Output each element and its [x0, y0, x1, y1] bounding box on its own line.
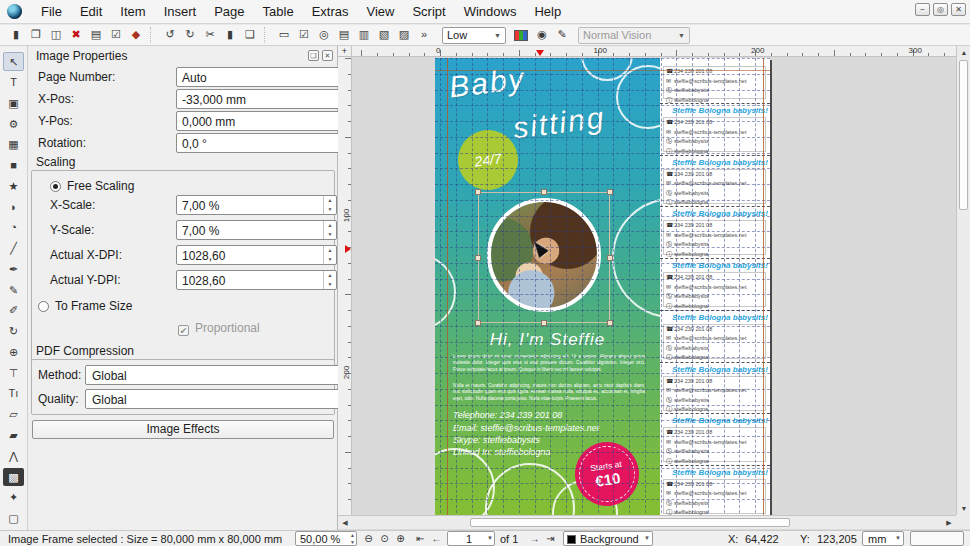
spin-arrows[interactable]: ▲▼: [323, 221, 336, 239]
print-icon[interactable]: ▤: [86, 26, 106, 44]
scroll-thumb[interactable]: [470, 518, 790, 527]
pdf-listbox-icon[interactable]: ▥: [354, 26, 374, 44]
layer-dropdown[interactable]: Background ▼: [563, 531, 653, 546]
spin-arrows[interactable]: ▲▼: [323, 196, 336, 214]
eye-dropper-icon[interactable]: ✦: [3, 488, 24, 507]
scroll-down-icon[interactable]: ▼: [957, 502, 970, 515]
resize-handle[interactable]: [475, 189, 481, 195]
zoom-in-icon[interactable]: ⊕: [393, 532, 408, 546]
scroll-left-icon[interactable]: ◀: [338, 516, 352, 529]
x-dpi-spinbox[interactable]: 1028,60 ▲▼: [176, 245, 337, 265]
new-document-icon[interactable]: ▮: [6, 26, 26, 44]
resize-handle[interactable]: [475, 320, 481, 326]
to-frame-size-radio[interactable]: To Frame Size: [38, 299, 132, 313]
tear-off-strip[interactable]: Steffie Bologna babysits!☎234 239 201 08…: [660, 206, 770, 258]
insert-image-frame-icon[interactable]: ▣: [3, 94, 24, 113]
paste-icon[interactable]: ❏: [240, 26, 260, 44]
tear-off-strip[interactable]: Steffie Bologna babysits!☎234 239 201 08…: [660, 103, 770, 155]
menu-help[interactable]: Help: [525, 0, 570, 23]
link-text-frames-icon[interactable]: ▱: [3, 405, 24, 424]
story-editor-icon[interactable]: Tı: [3, 384, 24, 403]
unlink-text-frames-icon[interactable]: ▰: [3, 426, 24, 445]
copy-icon[interactable]: ▮: [220, 26, 240, 44]
chevron-down-icon[interactable]: ▼: [644, 535, 650, 541]
close-panel-icon[interactable]: ✕: [322, 50, 333, 61]
x-scale-spinbox[interactable]: 7,00 % ▲▼: [176, 195, 337, 215]
horizontal-scrollbar[interactable]: ◀ ▶: [338, 515, 956, 529]
minimize-button[interactable]: −: [915, 3, 930, 16]
tear-off-strip[interactable]: ☎234 239 201 08✉steffie@scribus-template…: [660, 57, 770, 102]
export-pdf-icon[interactable]: ◆: [126, 26, 146, 44]
vision-defect-dropdown[interactable]: Normal Vision ▼: [578, 27, 690, 44]
tear-off-strips[interactable]: ☎234 239 201 08✉steffie@scribus-template…: [660, 58, 770, 515]
last-page-icon[interactable]: ⇥: [543, 532, 558, 546]
pdf-combobox-icon[interactable]: ▤: [334, 26, 354, 44]
resize-handle[interactable]: [607, 189, 613, 195]
spin-arrows[interactable]: ▲▼: [323, 246, 336, 264]
free-scaling-radio[interactable]: Free Scaling: [50, 179, 134, 193]
tear-off-strip[interactable]: Steffie Bologna babysits!☎234 239 201 08…: [660, 465, 770, 515]
insert-calligraphy-icon[interactable]: ✐: [3, 301, 24, 320]
page-number-spinbox[interactable]: Auto ▲▼: [176, 67, 361, 87]
unit-dropdown[interactable]: mm ▼: [862, 531, 904, 546]
menu-script[interactable]: Script: [403, 0, 454, 23]
scroll-thumb[interactable]: [959, 60, 968, 210]
scroll-right-icon[interactable]: ▶: [942, 516, 956, 529]
pdf-annotation-icon[interactable]: ▨: [394, 26, 414, 44]
zoom-icon[interactable]: ⊕: [3, 343, 24, 362]
insert-bezier-icon[interactable]: ✒: [3, 260, 24, 279]
insert-polygon-icon[interactable]: ★: [3, 177, 24, 196]
resize-handle[interactable]: [541, 320, 547, 326]
pdf-checkbox-icon[interactable]: ☑: [294, 26, 314, 44]
chevron-down-icon[interactable]: ▼: [487, 535, 493, 541]
insert-shape-icon[interactable]: ■: [3, 156, 24, 175]
horizontal-ruler[interactable]: 0100200300: [352, 46, 956, 57]
close-document-icon[interactable]: ✖: [66, 26, 86, 44]
resize-handle[interactable]: [475, 255, 481, 261]
previous-page-icon[interactable]: ←: [429, 532, 444, 546]
resize-handle[interactable]: [541, 189, 547, 195]
tear-off-strip[interactable]: Steffie Bologna babysits!☎234 239 201 08…: [660, 362, 770, 414]
insert-arc-icon[interactable]: ◗: [3, 198, 24, 217]
menu-insert[interactable]: Insert: [155, 0, 206, 23]
color-management-icon[interactable]: [514, 30, 528, 41]
vertical-scrollbar[interactable]: ▲ ▼: [956, 46, 970, 515]
selection-frame[interactable]: [478, 192, 610, 323]
insert-freehand-icon[interactable]: ✎: [3, 281, 24, 300]
menu-file[interactable]: File: [32, 0, 71, 23]
zoom-out-icon[interactable]: ⊖: [361, 532, 376, 546]
y-scale-spinbox[interactable]: 7,00 % ▲▼: [176, 220, 337, 240]
open-document-icon[interactable]: ❐: [26, 26, 46, 44]
pdf-tools-icon[interactable]: ▢: [3, 509, 24, 528]
redo-icon[interactable]: ↻: [180, 26, 200, 44]
spin-arrows[interactable]: ▲▼: [323, 271, 336, 289]
select-item-icon[interactable]: ↖: [3, 52, 24, 71]
rotation-spinbox[interactable]: 0,0 ° ▲▼: [176, 133, 361, 153]
menu-edit[interactable]: Edit: [71, 0, 111, 23]
toolbar-overflow-icon[interactable]: »: [414, 26, 434, 44]
measurements-icon[interactable]: ⋀: [3, 447, 24, 466]
flyer-artwork[interactable]: Baby sitting 24/7 Hi, I'm Steffie Lorem …: [435, 58, 660, 515]
insert-table-icon[interactable]: ▦: [3, 135, 24, 154]
y-dpi-spinbox[interactable]: 1028,60 ▲▼: [176, 270, 337, 290]
pdf-radiobutton-icon[interactable]: ◎: [314, 26, 334, 44]
menu-page[interactable]: Page: [205, 0, 253, 23]
document-page[interactable]: Baby sitting 24/7 Hi, I'm Steffie Lorem …: [435, 58, 770, 515]
menu-table[interactable]: Table: [254, 0, 303, 23]
next-page-icon[interactable]: →: [527, 532, 542, 546]
insert-text-frame-icon[interactable]: T: [3, 73, 24, 92]
spin-arrows[interactable]: ▲▼: [350, 532, 355, 546]
y-pos-spinbox[interactable]: 0,000 mm ▲▼: [176, 111, 361, 131]
undo-icon[interactable]: ↺: [160, 26, 180, 44]
chevron-down-icon[interactable]: ▼: [895, 535, 901, 541]
tear-off-strip[interactable]: Steffie Bologna babysits!☎234 239 201 08…: [660, 155, 770, 207]
menu-extras[interactable]: Extras: [303, 0, 358, 23]
save-icon[interactable]: ◫: [46, 26, 66, 44]
x-pos-spinbox[interactable]: -33,000 mm ▲▼: [176, 89, 361, 109]
preview-mode-icon[interactable]: ◉: [532, 26, 552, 44]
method-dropdown[interactable]: Global ▼: [85, 365, 361, 385]
tear-off-strip[interactable]: Steffie Bologna babysits!☎234 239 201 08…: [660, 258, 770, 310]
rotate-item-icon[interactable]: ↻: [3, 322, 24, 341]
cut-icon[interactable]: ✂: [200, 26, 220, 44]
insert-render-frame-icon[interactable]: ⚙: [3, 115, 24, 134]
